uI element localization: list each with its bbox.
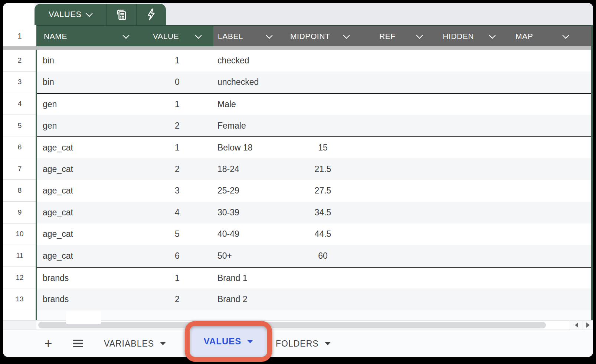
- table-row: 4 gen 1 Male: [3, 93, 593, 115]
- row-header[interactable]: 4: [3, 93, 36, 115]
- cell-midpoint[interactable]: 34.5: [284, 202, 361, 224]
- cell-value[interactable]: 1: [141, 50, 213, 72]
- column-header-ref[interactable]: REF: [361, 26, 435, 46]
- cell-value[interactable]: 1: [141, 137, 213, 158]
- cell-empty[interactable]: [361, 268, 593, 289]
- cell-value[interactable]: 2: [141, 115, 213, 137]
- cell-midpoint[interactable]: [284, 50, 361, 72]
- cell-empty[interactable]: [361, 202, 593, 224]
- cell-midpoint[interactable]: [284, 288, 361, 310]
- cell-value[interactable]: 1: [141, 268, 213, 289]
- column-header-label[interactable]: LABEL: [213, 26, 284, 46]
- cell-midpoint[interactable]: 21.5: [284, 158, 361, 180]
- row-header[interactable]: 8: [3, 180, 36, 202]
- scrollbar-thumb[interactable]: [38, 322, 546, 328]
- sheet-tab-label: VARIABLES: [104, 338, 154, 348]
- cell-midpoint[interactable]: 44.5: [284, 224, 361, 245]
- cell-label[interactable]: Below 18: [213, 137, 284, 158]
- row-header[interactable]: 11: [3, 245, 36, 267]
- scroll-left-button[interactable]: [570, 321, 583, 330]
- cell-midpoint[interactable]: [284, 94, 361, 115]
- cell-empty[interactable]: [361, 288, 593, 310]
- column-header-label: MAP: [515, 32, 533, 41]
- cell-name[interactable]: age_cat: [36, 202, 141, 224]
- row-header[interactable]: 10: [3, 224, 36, 245]
- quick-actions-tab[interactable]: [136, 4, 166, 25]
- column-header-label: MIDPOINT: [290, 32, 330, 41]
- row-header-partial[interactable]: [3, 310, 36, 320]
- row-header[interactable]: 5: [3, 115, 36, 137]
- cell-value[interactable]: 5: [141, 224, 213, 245]
- row-header[interactable]: 3: [3, 72, 36, 93]
- cell-label[interactable]: Brand 1: [213, 268, 284, 289]
- column-header-name[interactable]: NAME: [36, 26, 141, 46]
- row-header[interactable]: 7: [3, 158, 36, 180]
- sheet-tab-variables[interactable]: VARIABLES: [104, 338, 166, 348]
- column-header-map[interactable]: MAP: [507, 26, 591, 46]
- cell-name[interactable]: gen: [36, 94, 141, 115]
- row-header[interactable]: 9: [3, 202, 36, 224]
- cell-label[interactable]: 50+: [213, 245, 284, 267]
- cell-empty[interactable]: [361, 158, 593, 180]
- cell-value[interactable]: 3: [141, 180, 213, 202]
- cell-label[interactable]: checked: [213, 50, 284, 72]
- cell-label[interactable]: 40-49: [213, 224, 284, 245]
- row-header[interactable]: 13: [3, 288, 36, 310]
- cell-value[interactable]: 2: [141, 158, 213, 180]
- tab-values-label: VALUES: [49, 10, 82, 19]
- cell-empty[interactable]: [361, 115, 593, 137]
- row-header[interactable]: 6: [3, 136, 36, 158]
- cell-name[interactable]: gen: [36, 115, 141, 137]
- cell-name[interactable]: age_cat: [36, 158, 141, 180]
- row-header[interactable]: 12: [3, 267, 36, 289]
- add-sheet-button[interactable]: +: [40, 336, 56, 351]
- cell-value[interactable]: 6: [141, 245, 213, 267]
- cell-name[interactable]: brands: [36, 288, 141, 310]
- tab-values-table[interactable]: VALUES: [35, 4, 106, 25]
- table-row: 7 age_cat 2 18-24 21.5: [3, 158, 593, 180]
- cell-name[interactable]: bin: [36, 50, 141, 72]
- cell-value[interactable]: 4: [141, 202, 213, 224]
- cell-empty[interactable]: [361, 224, 593, 245]
- column-header-hidden[interactable]: HIDDEN: [435, 26, 507, 46]
- cell-label[interactable]: unchecked: [213, 72, 284, 93]
- cell-name[interactable]: age_cat: [36, 245, 141, 267]
- cell-label[interactable]: Male: [213, 94, 284, 115]
- menu-icon: [73, 340, 83, 341]
- row-header-1[interactable]: 1: [3, 25, 36, 46]
- cell-midpoint[interactable]: [284, 115, 361, 137]
- cell-midpoint[interactable]: 60: [284, 245, 361, 267]
- cell-midpoint[interactable]: 27.5: [284, 180, 361, 202]
- cell-midpoint[interactable]: [284, 268, 361, 289]
- cell-name[interactable]: age_cat: [36, 224, 141, 245]
- cell-value[interactable]: 2: [141, 288, 213, 310]
- cell-midpoint[interactable]: [284, 72, 361, 93]
- cell-name[interactable]: age_cat: [36, 137, 141, 158]
- cell-name[interactable]: bin: [36, 72, 141, 93]
- cell-label[interactable]: 25-29: [213, 180, 284, 202]
- column-header-value[interactable]: VALUE: [141, 26, 213, 46]
- cell-empty[interactable]: [361, 137, 593, 158]
- cell-value[interactable]: 1: [141, 94, 213, 115]
- column-header-midpoint[interactable]: MIDPOINT: [284, 26, 361, 46]
- cell-label[interactable]: Female: [213, 115, 284, 137]
- cell-midpoint[interactable]: 15: [284, 137, 361, 158]
- scroll-right-button[interactable]: [583, 321, 593, 330]
- cell-empty[interactable]: [361, 245, 593, 267]
- all-sheets-button[interactable]: [70, 340, 86, 347]
- calculated-fields-tab[interactable]: [106, 4, 136, 25]
- cell-empty[interactable]: [361, 72, 593, 93]
- lightning-bolt-icon: [144, 8, 158, 21]
- cell-label[interactable]: 18-24: [213, 158, 284, 180]
- sheet-tab-folders[interactable]: FOLDERS: [276, 338, 331, 348]
- cell-empty[interactable]: [361, 94, 593, 115]
- cell-label[interactable]: Brand 2: [213, 288, 284, 310]
- cell-empty[interactable]: [361, 180, 593, 202]
- cell-name[interactable]: age_cat: [36, 180, 141, 202]
- cell-label[interactable]: 30-39: [213, 202, 284, 224]
- cell-name[interactable]: brands: [36, 268, 141, 289]
- frozen-row-separator: [3, 46, 593, 50]
- cell-empty[interactable]: [361, 50, 593, 72]
- row-header[interactable]: 2: [3, 50, 36, 72]
- cell-value[interactable]: 0: [141, 72, 213, 93]
